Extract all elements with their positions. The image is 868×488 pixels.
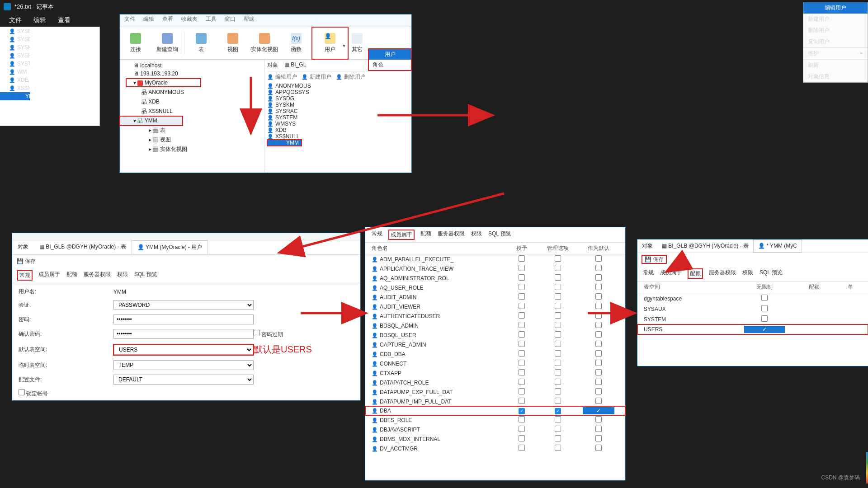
- subtab-quota[interactable]: 配额: [66, 271, 77, 280]
- default-checkbox[interactable]: [595, 379, 602, 385]
- btn-edit-user[interactable]: 编辑用户: [267, 73, 297, 81]
- nm-edit[interactable]: 编辑: [143, 15, 154, 26]
- user-list-item[interactable]: ANONYMOUS: [267, 83, 409, 89]
- grant-checkbox[interactable]: [519, 360, 525, 366]
- e-save-button[interactable]: 💾 保存: [642, 255, 666, 263]
- cm-maintain[interactable]: 维护▸: [803, 47, 868, 60]
- cm-edit-user[interactable]: 编辑用户: [803, 2, 868, 14]
- role-row[interactable]: DBJAVASCRIPT: [365, 425, 625, 434]
- btn-del-user[interactable]: 删除用户: [336, 73, 366, 81]
- e-subtab-sql[interactable]: SQL 预览: [760, 269, 783, 278]
- subtab-sqlpreview[interactable]: SQL 预览: [134, 271, 157, 280]
- tree-table[interactable]: ▸ ▦ 表: [120, 126, 264, 135]
- grant-checkbox[interactable]: [519, 322, 525, 328]
- grant-checkbox[interactable]: [519, 426, 525, 432]
- cm-new-user[interactable]: 新建用户: [803, 14, 868, 25]
- tree-view[interactable]: ▸ ▦ 视图: [120, 135, 264, 145]
- quota-row[interactable]: dgyhtablespace: [637, 293, 868, 304]
- unlimited-checkbox[interactable]: [761, 305, 768, 311]
- admin-checkbox[interactable]: [555, 331, 561, 338]
- user-list-item[interactable]: SYSRAC: [267, 108, 409, 114]
- admin-checkbox[interactable]: [555, 322, 561, 328]
- grant-checkbox[interactable]: [519, 255, 525, 262]
- e-subtab-priv[interactable]: 权限: [742, 269, 753, 278]
- role-row[interactable]: APPLICATION_TRACE_VIEW: [365, 264, 625, 273]
- unlimited-checkbox[interactable]: [761, 295, 768, 301]
- default-checkbox[interactable]: [595, 331, 602, 338]
- grant-checkbox[interactable]: [519, 265, 525, 271]
- admin-checkbox[interactable]: [555, 426, 561, 432]
- grant-checkbox[interactable]: [519, 274, 525, 281]
- tree-anonymous[interactable]: 品 ANONYMOUS: [120, 88, 264, 97]
- e-subtab-serverpriv[interactable]: 服务器权限: [709, 269, 736, 278]
- admin-checkbox[interactable]: [555, 369, 561, 375]
- default-checkbox[interactable]: [595, 416, 602, 422]
- subtab-serverpriv[interactable]: 服务器权限: [84, 271, 111, 280]
- admin-checkbox[interactable]: [555, 408, 561, 414]
- tree-ip[interactable]: 🖥 193.193.193.20: [120, 70, 264, 78]
- save-button[interactable]: 保存: [25, 258, 36, 264]
- user-list-item[interactable]: SYSDG: [267, 95, 409, 102]
- menu-view[interactable]: 查看: [58, 16, 71, 24]
- default-checkbox[interactable]: [595, 293, 602, 300]
- tab-objects[interactable]: 对象: [12, 240, 34, 254]
- nm-window[interactable]: 窗口: [225, 15, 236, 26]
- user-list-item[interactable]: SYSK: [0, 43, 30, 52]
- grant-checkbox[interactable]: [519, 350, 525, 357]
- tab-objects[interactable]: 对象: [267, 61, 278, 69]
- e-tab-tbl[interactable]: ▦ BI_GLB @DGYH (MyOracle) - 表: [657, 239, 753, 253]
- admin-checkbox[interactable]: [555, 293, 561, 300]
- role-row[interactable]: DV_ACCTMGR: [365, 444, 625, 453]
- default-checkbox[interactable]: [595, 312, 602, 319]
- checkbox-lock[interactable]: [19, 389, 25, 395]
- nm-help[interactable]: 帮助: [244, 15, 255, 26]
- grant-checkbox[interactable]: [519, 445, 525, 451]
- select-profile[interactable]: DEFAULT: [113, 375, 254, 385]
- grant-checkbox[interactable]: [519, 435, 525, 441]
- d-subtab-memberof[interactable]: 成员属于: [389, 230, 414, 239]
- role-row[interactable]: BDSQL_ADMIN: [365, 321, 625, 330]
- default-checkbox[interactable]: [595, 341, 602, 347]
- default-checkbox[interactable]: [595, 274, 602, 281]
- role-row[interactable]: AQ_USER_ROLE: [365, 283, 625, 292]
- menu-file[interactable]: 文件: [9, 16, 22, 24]
- admin-checkbox[interactable]: [555, 416, 561, 422]
- tree-matview[interactable]: ▸ ▦ 实体化视图: [120, 145, 264, 154]
- tab-user[interactable]: 👤 YMM (MyOracle) - 用户: [132, 240, 208, 254]
- role-row[interactable]: ADM_PARALLEL_EXECUTE_: [365, 254, 625, 264]
- e-tab-obj[interactable]: 对象: [637, 239, 657, 253]
- user-list-item[interactable]: APPQOSSYS: [267, 89, 409, 95]
- ribbon-view[interactable]: 视图: [217, 27, 249, 59]
- grant-checkbox[interactable]: [519, 369, 525, 375]
- grant-checkbox[interactable]: [519, 303, 525, 309]
- default-checkbox[interactable]: [595, 303, 602, 309]
- ribbon-func[interactable]: f(x)函数: [280, 27, 312, 59]
- ribbon-user[interactable]: 👤用户▾: [312, 27, 348, 59]
- admin-checkbox[interactable]: [555, 255, 561, 262]
- user-list-item[interactable]: XS$N: [0, 84, 30, 92]
- tab-table[interactable]: ▦ BI_GL: [284, 61, 306, 69]
- default-checkbox[interactable]: [595, 322, 602, 328]
- grant-checkbox[interactable]: [519, 341, 525, 347]
- user-list-item[interactable]: XDE: [0, 76, 30, 84]
- nm-view[interactable]: 查看: [162, 15, 173, 26]
- user-list-item[interactable]: SYSE: [0, 35, 30, 43]
- role-row[interactable]: DBFS_ROLE: [365, 415, 625, 425]
- unlimited-checkbox[interactable]: [761, 315, 768, 322]
- quota-row[interactable]: SYSAUX: [637, 304, 868, 314]
- select-auth[interactable]: PASSWORD: [113, 300, 254, 310]
- default-checkbox[interactable]: [595, 445, 602, 451]
- user-list-item[interactable]: XDB: [267, 127, 409, 133]
- user-list-item[interactable]: 👤 YMM: [267, 140, 302, 146]
- tree-ymm[interactable]: ▾ 品 YMM: [120, 116, 183, 126]
- user-list-item[interactable]: WM: [0, 68, 30, 76]
- admin-checkbox[interactable]: [555, 360, 561, 366]
- grant-checkbox[interactable]: [519, 331, 525, 338]
- role-row[interactable]: DATAPUMP_EXP_FULL_DAT: [365, 387, 625, 397]
- d-subtab-serverpriv[interactable]: 服务器权限: [438, 230, 465, 239]
- tree-myoracle[interactable]: ▾ MyOracle: [126, 79, 201, 87]
- e-subtab-memberof[interactable]: 成员属于: [660, 269, 682, 278]
- subtab-priv[interactable]: 权限: [117, 271, 128, 280]
- user-list-item[interactable]: SYSTEM: [267, 114, 409, 121]
- input-pwd[interactable]: [113, 314, 254, 324]
